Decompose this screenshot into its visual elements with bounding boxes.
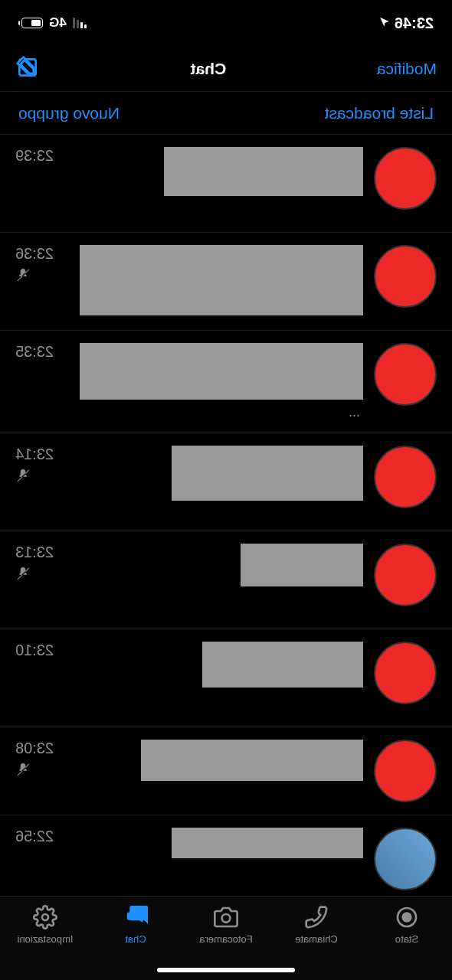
chat-row[interactable]: 23:10 xyxy=(0,629,452,727)
new-group-button[interactable]: Nuovo gruppo xyxy=(18,104,120,122)
svg-point-3 xyxy=(222,914,231,923)
actions-bar: Liste broadcast Nuovo gruppo xyxy=(0,92,452,135)
chat-time: 23:10 xyxy=(15,642,54,659)
phone-icon xyxy=(304,904,329,930)
mute-icon xyxy=(15,762,31,781)
status-time: 23:46 xyxy=(395,15,434,32)
chat-name-redacted xyxy=(80,343,363,400)
tab-status[interactable]: Stato xyxy=(362,904,452,945)
svg-point-2 xyxy=(403,913,411,922)
status-icon xyxy=(395,904,419,930)
avatar[interactable] xyxy=(374,147,437,210)
avatar[interactable] xyxy=(374,245,437,308)
tab-settings[interactable]: Impostazioni xyxy=(0,904,90,945)
mute-icon xyxy=(15,468,31,487)
chat-name-redacted xyxy=(164,147,363,196)
tab-label: Fotocamera xyxy=(199,933,252,945)
network-label: 4G xyxy=(49,15,67,31)
chat-row[interactable]: 23:39 xyxy=(0,135,452,233)
chat-row[interactable]: 23:13 xyxy=(0,531,452,629)
tab-label: Chiamate xyxy=(295,933,338,945)
chat-time: 23:36 xyxy=(15,245,54,263)
svg-point-4 xyxy=(42,914,48,920)
camera-icon xyxy=(214,904,238,930)
chat-name-redacted xyxy=(241,544,363,586)
battery-icon xyxy=(18,18,43,28)
chat-icon xyxy=(123,904,148,930)
avatar[interactable] xyxy=(374,642,437,704)
chat-time: 23:13 xyxy=(15,544,54,561)
tab-calls[interactable]: Chiamate xyxy=(271,904,362,945)
avatar[interactable] xyxy=(374,740,437,802)
home-indicator[interactable] xyxy=(157,968,295,972)
chat-time: 22:56 xyxy=(15,828,54,845)
chat-list: 23:39 23:36 23:35 xyxy=(0,135,452,903)
chat-row[interactable]: 23:14 xyxy=(0,433,452,531)
nav-header: Modifica Chat xyxy=(0,46,452,92)
chat-row[interactable]: 23:35 ... xyxy=(0,331,452,433)
chat-time: 23:14 xyxy=(15,446,54,463)
chat-name-redacted xyxy=(202,642,363,688)
avatar[interactable] xyxy=(374,544,437,606)
chat-name-redacted xyxy=(141,740,363,781)
avatar[interactable] xyxy=(374,828,437,890)
chat-row[interactable]: 22:56 xyxy=(0,815,452,903)
gear-icon xyxy=(33,904,57,930)
tab-label: Stato xyxy=(395,933,418,945)
mute-icon xyxy=(15,566,31,585)
tab-chat[interactable]: Chat xyxy=(90,904,181,945)
chat-row[interactable]: 23:36 xyxy=(0,233,452,331)
compose-button[interactable] xyxy=(15,55,40,83)
chat-row[interactable]: 23:08 xyxy=(0,727,452,815)
tab-label: Impostazioni xyxy=(18,933,74,945)
chat-time: 23:35 xyxy=(15,343,54,361)
message-preview-ellipsis: ... xyxy=(15,404,363,420)
mute-icon xyxy=(15,267,31,286)
page-title: Chat xyxy=(191,60,227,78)
location-icon xyxy=(379,16,390,30)
chat-time: 23:39 xyxy=(15,147,54,165)
signal-icon xyxy=(73,18,87,28)
status-bar: 23:46 4G xyxy=(0,0,452,46)
chat-name-redacted xyxy=(172,446,363,501)
broadcast-lists-button[interactable]: Liste broadcast xyxy=(325,104,434,122)
chat-time: 23:08 xyxy=(15,740,54,757)
avatar[interactable] xyxy=(374,446,437,508)
avatar[interactable] xyxy=(374,343,437,406)
tab-camera[interactable]: Fotocamera xyxy=(181,904,271,945)
chat-name-redacted xyxy=(80,245,363,315)
edit-button[interactable]: Modifica xyxy=(377,60,437,78)
chat-name-redacted xyxy=(172,828,363,858)
tab-label: Chat xyxy=(125,933,146,945)
